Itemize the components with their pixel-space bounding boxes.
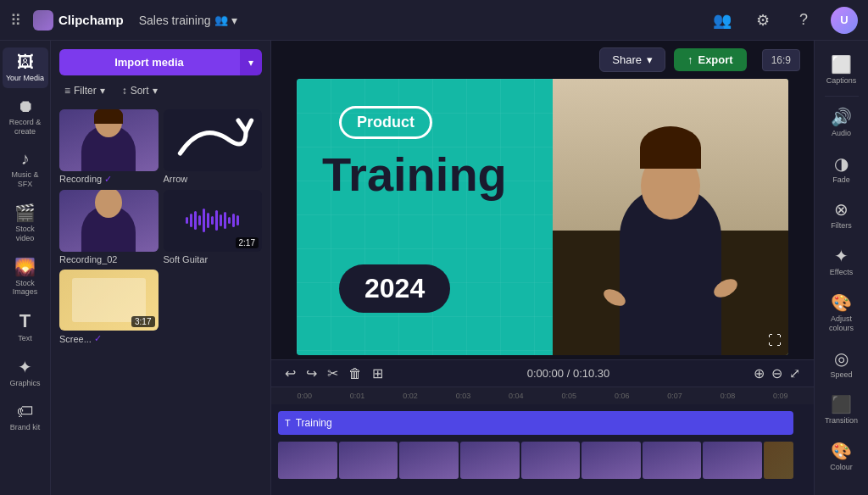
sidebar-item-graphics[interactable]: ✦ Graphics bbox=[3, 352, 48, 393]
share-label: Share bbox=[612, 53, 642, 66]
list-item[interactable]: Recording ✓ bbox=[59, 109, 159, 185]
list-item[interactable]: Arrow bbox=[164, 109, 263, 185]
fade-label: Fade bbox=[832, 175, 850, 185]
preview-area: Product Training 2024 bbox=[271, 79, 814, 359]
video-track[interactable] bbox=[278, 440, 807, 481]
settings-icon[interactable]: ⚙ bbox=[749, 7, 776, 34]
import-btn-row: Import media ▾ bbox=[59, 49, 262, 75]
zoom-out-button[interactable]: ⊖ bbox=[771, 365, 782, 381]
list-item[interactable]: 3:17 Scree... ✓ bbox=[59, 270, 159, 345]
stock-video-icon: 🎬 bbox=[14, 203, 36, 223]
redo-button[interactable]: ↪ bbox=[306, 365, 317, 381]
year-badge: 2024 bbox=[339, 264, 450, 313]
sidebar-item-your-media[interactable]: 🖼 Your Media bbox=[3, 47, 48, 88]
project-name-text: Sales training bbox=[139, 14, 211, 27]
right-item-captions[interactable]: ⬜ Captions bbox=[816, 47, 867, 92]
media-thumb-recording2 bbox=[59, 190, 159, 252]
list-item[interactable]: Recording_02 bbox=[59, 190, 159, 264]
video-clip[interactable] bbox=[521, 442, 581, 479]
right-item-speed[interactable]: ◎ Speed bbox=[816, 342, 867, 387]
ruler-mark: 0:02 bbox=[384, 392, 437, 400]
project-name-area[interactable]: Sales training 👥 ▾ bbox=[139, 14, 237, 27]
right-item-transition[interactable]: ⬛ Transition bbox=[816, 387, 867, 432]
fit-button[interactable]: ⤢ bbox=[789, 365, 800, 381]
record-label: Record & create bbox=[6, 118, 45, 136]
media-thumb-audio: 2:17 bbox=[164, 190, 263, 252]
adjust-colours-label: Adjust colours bbox=[820, 314, 864, 333]
grid-icon[interactable]: ⠿ bbox=[10, 11, 21, 30]
brand-kit-icon: 🏷 bbox=[17, 402, 34, 421]
right-item-effects[interactable]: ✦ Effects bbox=[816, 239, 867, 284]
zoom-in-button[interactable]: ⊕ bbox=[754, 365, 765, 381]
ruler-mark: 0:09 bbox=[754, 392, 807, 400]
center-area: Share ▾ ↑ Export 16:9 bbox=[271, 41, 814, 495]
video-clip[interactable] bbox=[581, 442, 641, 479]
screen-clip[interactable] bbox=[764, 442, 793, 479]
music-label: Music & SFX bbox=[6, 170, 45, 189]
filter-button[interactable]: ≡ Filter ▾ bbox=[59, 82, 110, 99]
title-track[interactable]: T Training bbox=[278, 409, 807, 437]
people-icon[interactable]: 👥 bbox=[709, 7, 736, 34]
right-item-adjust-colours[interactable]: 🎨 Adjust colours bbox=[816, 286, 867, 340]
undo-button[interactable]: ↩ bbox=[285, 365, 296, 381]
filters-label: Filters bbox=[831, 221, 852, 231]
timeline-area: ↩ ↪ ✂ 🗑 ⊞ 0:00:00 / 0:10.30 ⊕ ⊖ ⤢ 0:00 0… bbox=[271, 359, 814, 495]
video-track-clips bbox=[278, 442, 793, 479]
export-button[interactable]: ↑ Export bbox=[674, 48, 747, 71]
list-item[interactable]: 2:17 Soft Guitar bbox=[164, 190, 263, 264]
video-clip[interactable] bbox=[460, 442, 520, 479]
sidebar-item-brand-kit[interactable]: 🏷 Brand kit bbox=[3, 397, 48, 437]
fullscreen-icon[interactable]: ⛶ bbox=[768, 333, 782, 348]
sidebar-item-stock-video[interactable]: 🎬 Stock video bbox=[3, 197, 48, 248]
video-clip[interactable] bbox=[643, 442, 702, 479]
aspect-ratio-badge[interactable]: 16:9 bbox=[762, 49, 800, 71]
sidebar-item-record[interactable]: ⏺ Record & create bbox=[3, 92, 48, 142]
sort-button[interactable]: ↕ Sort ▾ bbox=[117, 82, 163, 99]
right-item-fade[interactable]: ◑ Fade bbox=[816, 147, 867, 192]
ruler-mark: 0:04 bbox=[490, 392, 542, 400]
video-clip[interactable] bbox=[703, 442, 762, 479]
preview-top-bar: Share ▾ ↑ Export 16:9 bbox=[271, 41, 814, 79]
video-clip[interactable] bbox=[278, 442, 337, 479]
sidebar-item-text[interactable]: T Text bbox=[3, 305, 48, 348]
video-clip[interactable] bbox=[399, 442, 459, 479]
right-item-audio[interactable]: 🔊 Audio bbox=[816, 100, 867, 145]
your-media-icon: 🖼 bbox=[17, 53, 34, 72]
share-button[interactable]: Share ▾ bbox=[599, 47, 665, 72]
media-duration: 3:17 bbox=[131, 316, 154, 327]
export-up-icon: ↑ bbox=[687, 53, 693, 66]
cut-button[interactable]: ✂ bbox=[327, 365, 338, 381]
sidebar-item-stock-images[interactable]: 🌄 Stock Images bbox=[3, 252, 48, 303]
import-media-dropdown-button[interactable]: ▾ bbox=[239, 49, 262, 75]
audio-icon: 🔊 bbox=[831, 107, 852, 127]
preview-canvas: Product Training 2024 bbox=[297, 79, 788, 355]
media-item-name: Recording bbox=[59, 174, 102, 184]
media-item-label: Soft Guitar bbox=[164, 254, 263, 264]
check-icon: ✓ bbox=[94, 333, 102, 344]
sidebar-item-music[interactable]: ♪ Music & SFX bbox=[3, 144, 48, 194]
captions-icon: ⬜ bbox=[831, 54, 852, 75]
timeline-ruler: 0:00 0:01 0:02 0:03 0:04 0:05 0:06 0:07 … bbox=[271, 387, 814, 404]
text-track-icon: T bbox=[285, 418, 291, 428]
import-media-button[interactable]: Import media bbox=[59, 49, 239, 75]
media-item-label: Recording ✓ bbox=[59, 174, 159, 185]
right-item-colour[interactable]: 🎨 Colour bbox=[816, 434, 867, 479]
colour-icon: 🎨 bbox=[831, 441, 852, 461]
filter-chevron: ▾ bbox=[100, 85, 105, 97]
delete-button[interactable]: 🗑 bbox=[348, 366, 362, 381]
detach-audio-button[interactable]: ⊞ bbox=[372, 365, 383, 381]
avatar[interactable]: U bbox=[831, 7, 858, 34]
captions-label: Captions bbox=[826, 76, 857, 86]
brand-kit-label: Brand kit bbox=[10, 423, 41, 432]
help-icon[interactable]: ? bbox=[790, 7, 817, 34]
playback-controls: ⏮ ↺ ▶ ↻ ⏭ bbox=[465, 355, 620, 359]
ruler-mark: 0:08 bbox=[701, 392, 754, 400]
media-thumb-arrow bbox=[164, 109, 263, 171]
graphics-label: Graphics bbox=[9, 379, 40, 388]
right-item-filters[interactable]: ⊗ Filters bbox=[816, 192, 867, 237]
music-icon: ♪ bbox=[21, 149, 30, 169]
logo-icon bbox=[33, 10, 53, 31]
media-item-label: Recording_02 bbox=[59, 254, 159, 264]
timeline-time: 0:00:00 / 0:10.30 bbox=[393, 367, 743, 380]
video-clip[interactable] bbox=[339, 442, 398, 479]
